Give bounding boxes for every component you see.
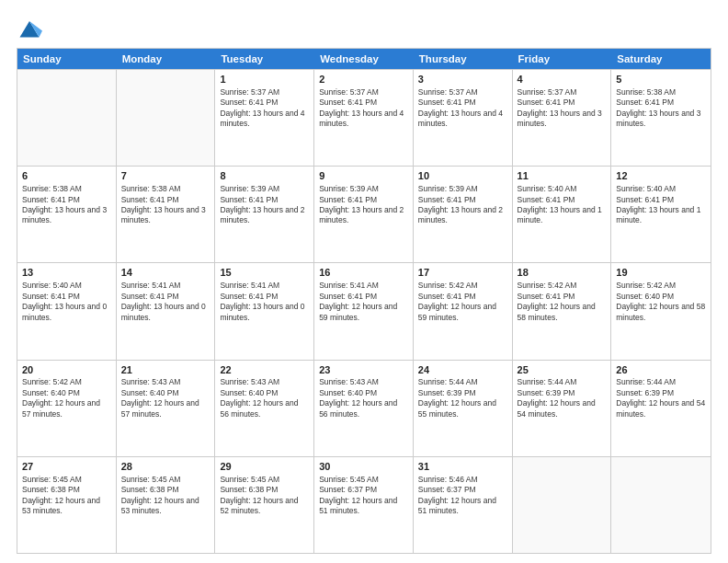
day-number: 14 [121, 266, 210, 280]
daylight-text: Daylight: 13 hours and 0 minutes. [121, 302, 210, 323]
calendar-header: SundayMondayTuesdayWednesdayThursdayFrid… [17, 49, 711, 69]
sunset-text: Sunset: 6:41 PM [22, 292, 111, 302]
day-number: 31 [418, 460, 507, 474]
daylight-text: Daylight: 13 hours and 2 minutes. [220, 205, 309, 226]
daylight-text: Daylight: 12 hours and 51 minutes. [418, 496, 507, 517]
daylight-text: Daylight: 12 hours and 58 minutes. [616, 302, 706, 323]
sunrise-text: Sunrise: 5:38 AM [22, 184, 111, 194]
calendar-cell: 18Sunrise: 5:42 AMSunset: 6:41 PMDayligh… [513, 263, 612, 359]
day-number: 22 [220, 363, 309, 377]
day-number: 15 [220, 266, 309, 280]
day-number: 4 [518, 73, 607, 86]
sunrise-text: Sunrise: 5:43 AM [121, 377, 210, 387]
daylight-text: Daylight: 12 hours and 53 minutes. [121, 496, 210, 517]
day-number: 10 [418, 169, 507, 183]
day-number: 1 [220, 73, 309, 86]
day-number: 7 [121, 169, 210, 183]
sunset-text: Sunset: 6:40 PM [220, 388, 309, 398]
weekday-header: Monday [117, 49, 216, 69]
sunrise-text: Sunrise: 5:44 AM [418, 377, 507, 387]
calendar-cell: 31Sunrise: 5:46 AMSunset: 6:37 PMDayligh… [414, 457, 513, 553]
day-number: 23 [319, 363, 408, 377]
sunrise-text: Sunrise: 5:46 AM [418, 475, 507, 485]
day-number: 8 [220, 169, 309, 183]
header [17, 15, 711, 40]
sunset-text: Sunset: 6:38 PM [121, 485, 210, 495]
sunrise-text: Sunrise: 5:45 AM [220, 475, 309, 485]
logo-icon [17, 15, 42, 40]
calendar-week-row: 13Sunrise: 5:40 AMSunset: 6:41 PMDayligh… [17, 262, 711, 359]
sunset-text: Sunset: 6:41 PM [220, 292, 309, 302]
sunrise-text: Sunrise: 5:42 AM [518, 281, 607, 291]
weekday-header: Sunday [17, 49, 117, 69]
calendar-cell: 16Sunrise: 5:41 AMSunset: 6:41 PMDayligh… [314, 263, 414, 359]
calendar-week-row: 20Sunrise: 5:42 AMSunset: 6:40 PMDayligh… [17, 360, 711, 456]
daylight-text: Daylight: 12 hours and 59 minutes. [319, 302, 408, 323]
daylight-text: Daylight: 12 hours and 54 minutes. [616, 398, 706, 419]
calendar-cell: 25Sunrise: 5:44 AMSunset: 6:39 PMDayligh… [513, 361, 612, 456]
sunrise-text: Sunrise: 5:38 AM [121, 184, 210, 194]
logo [17, 15, 46, 40]
day-number: 13 [22, 266, 111, 280]
daylight-text: Daylight: 13 hours and 3 minutes. [518, 109, 607, 130]
day-number: 27 [22, 460, 111, 474]
sunset-text: Sunset: 6:41 PM [220, 195, 309, 205]
calendar-cell: 10Sunrise: 5:39 AMSunset: 6:41 PMDayligh… [414, 167, 513, 262]
weekday-header: Wednesday [314, 49, 414, 69]
sunset-text: Sunset: 6:37 PM [418, 485, 507, 495]
day-number: 19 [616, 266, 706, 280]
daylight-text: Daylight: 13 hours and 4 minutes. [220, 109, 309, 130]
sunrise-text: Sunrise: 5:38 AM [616, 87, 706, 98]
sunrise-text: Sunrise: 5:44 AM [518, 377, 607, 387]
calendar-cell: 11Sunrise: 5:40 AMSunset: 6:41 PMDayligh… [513, 167, 612, 262]
daylight-text: Daylight: 12 hours and 57 minutes. [121, 398, 210, 419]
sunset-text: Sunset: 6:40 PM [22, 388, 111, 398]
day-number: 21 [121, 363, 210, 377]
calendar-cell: 13Sunrise: 5:40 AMSunset: 6:41 PMDayligh… [17, 263, 117, 359]
day-number: 3 [418, 73, 507, 86]
sunset-text: Sunset: 6:38 PM [22, 485, 111, 495]
daylight-text: Daylight: 12 hours and 55 minutes. [418, 398, 507, 419]
sunset-text: Sunset: 6:41 PM [319, 98, 408, 108]
calendar-cell: 5Sunrise: 5:38 AMSunset: 6:41 PMDaylight… [611, 70, 711, 166]
calendar-cell [17, 70, 117, 166]
daylight-text: Daylight: 13 hours and 4 minutes. [319, 109, 408, 130]
daylight-text: Daylight: 12 hours and 53 minutes. [22, 496, 111, 517]
calendar-body: 1Sunrise: 5:37 AMSunset: 6:41 PMDaylight… [17, 69, 711, 553]
daylight-text: Daylight: 12 hours and 57 minutes. [22, 398, 111, 419]
calendar: SundayMondayTuesdayWednesdayThursdayFrid… [17, 48, 711, 554]
sunset-text: Sunset: 6:40 PM [319, 388, 408, 398]
sunset-text: Sunset: 6:40 PM [121, 388, 210, 398]
sunset-text: Sunset: 6:41 PM [121, 195, 210, 205]
sunrise-text: Sunrise: 5:40 AM [518, 184, 607, 194]
sunrise-text: Sunrise: 5:43 AM [319, 377, 408, 387]
sunset-text: Sunset: 6:39 PM [616, 388, 706, 398]
daylight-text: Daylight: 13 hours and 3 minutes. [22, 205, 111, 226]
sunrise-text: Sunrise: 5:37 AM [418, 87, 507, 98]
sunset-text: Sunset: 6:41 PM [616, 195, 706, 205]
sunrise-text: Sunrise: 5:40 AM [616, 184, 706, 194]
day-number: 29 [220, 460, 309, 474]
calendar-cell: 8Sunrise: 5:39 AMSunset: 6:41 PMDaylight… [215, 167, 314, 262]
day-number: 18 [518, 266, 607, 280]
sunrise-text: Sunrise: 5:44 AM [616, 377, 706, 387]
calendar-cell [611, 457, 711, 553]
calendar-cell: 21Sunrise: 5:43 AMSunset: 6:40 PMDayligh… [117, 361, 216, 456]
sunset-text: Sunset: 6:41 PM [518, 195, 607, 205]
daylight-text: Daylight: 13 hours and 0 minutes. [22, 302, 111, 323]
daylight-text: Daylight: 12 hours and 54 minutes. [518, 398, 607, 419]
calendar-cell: 1Sunrise: 5:37 AMSunset: 6:41 PMDaylight… [215, 70, 314, 166]
calendar-cell: 26Sunrise: 5:44 AMSunset: 6:39 PMDayligh… [611, 361, 711, 456]
sunrise-text: Sunrise: 5:37 AM [518, 87, 607, 98]
sunset-text: Sunset: 6:37 PM [319, 485, 408, 495]
day-number: 26 [616, 363, 706, 377]
sunrise-text: Sunrise: 5:40 AM [22, 281, 111, 291]
calendar-cell: 7Sunrise: 5:38 AMSunset: 6:41 PMDaylight… [117, 167, 216, 262]
sunset-text: Sunset: 6:40 PM [616, 292, 706, 302]
calendar-cell: 4Sunrise: 5:37 AMSunset: 6:41 PMDaylight… [513, 70, 612, 166]
daylight-text: Daylight: 12 hours and 52 minutes. [220, 496, 309, 517]
calendar-cell: 15Sunrise: 5:41 AMSunset: 6:41 PMDayligh… [215, 263, 314, 359]
day-number: 28 [121, 460, 210, 474]
daylight-text: Daylight: 13 hours and 2 minutes. [319, 205, 408, 226]
sunrise-text: Sunrise: 5:45 AM [319, 475, 408, 485]
